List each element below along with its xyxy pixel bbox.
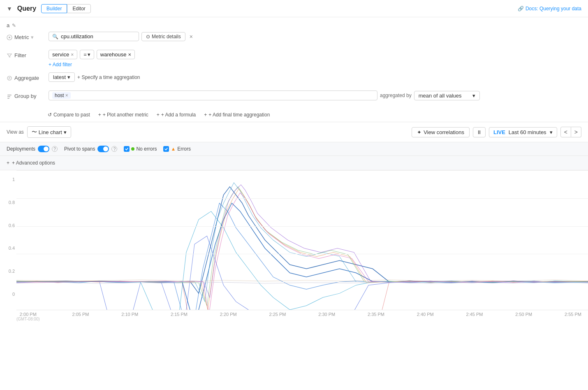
add-final-time-agg-button[interactable]: + + Add final time aggregation xyxy=(204,112,270,118)
correlations-icon: ✦ xyxy=(417,129,421,135)
x-label-245: 2:45 PM xyxy=(466,312,483,321)
no-errors-dot xyxy=(131,147,134,151)
next-button[interactable]: > xyxy=(571,127,581,137)
errors-checkbox[interactable] xyxy=(163,146,169,152)
svg-rect-4 xyxy=(7,96,10,97)
grid-line-08 xyxy=(16,198,588,199)
deployments-label: Deployments xyxy=(7,146,35,152)
add-formula-button[interactable]: + + Add a formula xyxy=(157,112,196,118)
live-time-chevron-icon: ▾ xyxy=(550,129,553,135)
overlay-controls: Deployments ? Pivot to spans ? No errors… xyxy=(0,142,588,156)
x-label-210: 2:10 PM xyxy=(121,312,138,321)
grid-line-1 xyxy=(16,170,588,171)
search-icon: 🔍 xyxy=(52,34,58,39)
y-axis-labels: 1 0.8 0.6 0.4 0.2 0 xyxy=(0,170,15,309)
aggregate-label: Aggregate xyxy=(7,72,44,81)
groupby-row: Group by host × aggregated by mean of al… xyxy=(7,91,581,104)
chart-type-chevron-icon: ▾ xyxy=(64,129,67,135)
advanced-options-label: + Advanced options xyxy=(12,160,55,166)
alias-row: a ✎ xyxy=(7,22,581,28)
chart-grid xyxy=(16,170,588,310)
errors-label: Errors xyxy=(177,146,191,152)
pause-button[interactable]: ⏸ xyxy=(473,127,486,137)
metric-chevron-icon[interactable]: ▾ xyxy=(31,34,34,40)
x-label-235: 2:35 PM xyxy=(368,312,384,321)
y-label-04: 0.4 xyxy=(3,246,15,251)
docs-link[interactable]: 🔗 Docs: Querying your data xyxy=(518,6,581,12)
filter-label: Filter xyxy=(7,50,44,58)
metric-label: Metric ▾ xyxy=(7,32,44,40)
query-section: a ✎ Metric ▾ 🔍 ⊙ Metric details × Filter xyxy=(0,17,588,122)
nav-buttons: < > xyxy=(560,127,581,137)
deployments-toggle-thumb xyxy=(44,146,49,151)
x-label-255: 2:55 PM xyxy=(565,312,581,321)
no-errors-label: No errors xyxy=(136,146,157,152)
errors-triangle-icon: ▲ xyxy=(171,146,176,152)
grid-line-02 xyxy=(16,282,588,282)
svg-point-1 xyxy=(9,37,10,38)
aggregate-dropdown[interactable]: latest ▾ xyxy=(49,72,75,82)
viz-right: ✦ View correlations ⏸ LIVE Last 60 minut… xyxy=(412,127,581,137)
metric-details-icon: ⊙ xyxy=(146,34,150,39)
operator-dropdown[interactable]: = ▾ xyxy=(80,50,94,59)
metric-close-button[interactable]: × xyxy=(190,34,193,39)
y-label-06: 0.6 xyxy=(3,223,15,228)
chart-container: 1 0.8 0.6 0.4 0.2 0 xyxy=(0,170,588,321)
aggregated-by-dropdown[interactable]: mean of all values ▾ xyxy=(414,91,480,100)
editor-button[interactable]: Editor xyxy=(67,4,90,13)
docs-icon: 🔗 xyxy=(518,6,524,12)
pause-icon: ⏸ xyxy=(477,129,482,135)
builder-button[interactable]: Builder xyxy=(41,4,67,13)
y-label-08: 0.8 xyxy=(3,200,15,205)
x-label-225: 2:25 PM xyxy=(269,312,286,321)
plus-icon-formula: + xyxy=(157,112,160,118)
x-label-220: 2:20 PM xyxy=(220,312,237,321)
compare-to-past-button[interactable]: ↺ Compare to past xyxy=(48,112,90,118)
header-bar: ▼ Query Builder Editor 🔗 Docs: Querying … xyxy=(0,0,588,17)
page-title: Query xyxy=(17,5,36,12)
no-errors-checkbox[interactable] xyxy=(124,146,130,152)
groupby-host-tag: host × xyxy=(52,92,71,99)
deployments-help-icon[interactable]: ? xyxy=(52,146,58,152)
plus-icon-metric: + xyxy=(98,112,101,118)
pivot-toggle-thumb xyxy=(103,146,108,151)
filter-warehouse-remove[interactable]: × xyxy=(128,51,131,58)
groupby-row-content: host × aggregated by mean of all values … xyxy=(49,91,581,100)
view-correlations-button[interactable]: ✦ View correlations xyxy=(412,127,470,137)
groupby-input[interactable]: host × xyxy=(49,91,377,100)
advanced-options-row[interactable]: + + Advanced options xyxy=(0,156,588,170)
pivot-help-icon[interactable]: ? xyxy=(111,146,117,152)
specify-time-button[interactable]: + Specify a time aggregation xyxy=(77,74,140,80)
filter-row-content: service × = ▾ warehouse × + Add filter xyxy=(49,50,581,67)
filter-warehouse-tag: warehouse × xyxy=(97,50,135,59)
line-chart-icon: 〜 xyxy=(32,128,37,136)
groupby-host-remove[interactable]: × xyxy=(65,93,68,98)
live-time-dropdown[interactable]: LIVE Last 60 minutes ▾ xyxy=(489,127,557,137)
deployments-toggle-group: Deployments ? xyxy=(7,146,58,152)
metric-row-content: 🔍 ⊙ Metric details × xyxy=(49,32,581,41)
metric-search-input[interactable] xyxy=(61,33,110,39)
edit-icon[interactable]: ✎ xyxy=(12,23,16,28)
groupby-label: Group by xyxy=(7,91,44,99)
operator-chevron-icon: ▾ xyxy=(88,51,90,58)
prev-button[interactable]: < xyxy=(560,127,571,137)
filter-service-remove[interactable]: × xyxy=(71,52,74,58)
plot-another-metric-button[interactable]: + + Plot another metric xyxy=(98,112,148,118)
aggregate-row: Aggregate latest ▾ + Specify a time aggr… xyxy=(7,72,581,86)
pivot-to-spans-label: Pivot to spans xyxy=(64,146,95,152)
errors-group: ▲ Errors xyxy=(163,146,191,152)
deployments-toggle[interactable] xyxy=(38,146,49,152)
add-filter-button[interactable]: + Add filter xyxy=(49,62,581,67)
pivot-to-spans-toggle[interactable] xyxy=(97,146,109,152)
y-label-1: 1 xyxy=(3,177,15,182)
chart-type-dropdown[interactable]: 〜 Line chart ▾ xyxy=(27,126,71,138)
metric-search-wrap[interactable]: 🔍 xyxy=(49,32,139,41)
x-label-215: 2:15 PM xyxy=(171,312,188,321)
collapse-icon[interactable]: ▼ xyxy=(7,5,12,12)
view-as-label: View as xyxy=(7,129,24,135)
x-label-250: 2:50 PM xyxy=(515,312,532,321)
x-label-200: 2:00 PM (GMT-08:00) xyxy=(16,312,40,321)
filter-service-tag: service × xyxy=(49,50,77,59)
metric-details-button[interactable]: ⊙ Metric details xyxy=(141,32,185,41)
aggregate-chevron-icon: ▾ xyxy=(67,74,70,80)
